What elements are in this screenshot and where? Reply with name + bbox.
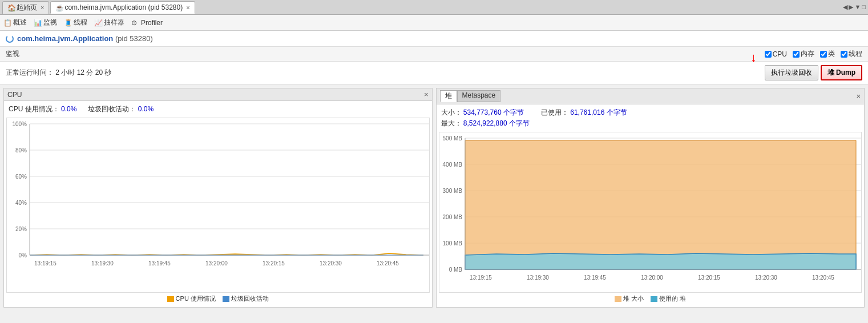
svg-text:13:20:45: 13:20:45 bbox=[377, 260, 399, 267]
svg-text:60%: 60% bbox=[15, 173, 27, 180]
cpu-legend-gc: 垃圾回收活动 bbox=[223, 294, 269, 303]
heap-chart-panel: 堆 Metaspace × 大小： 534,773,760 个字节 已使用： 6… bbox=[436, 88, 865, 308]
refresh-icon bbox=[6, 35, 14, 43]
cpu-panel-title: CPU bbox=[7, 91, 22, 99]
sidebar-item-profiler[interactable]: ⊙ Profiler bbox=[131, 19, 163, 27]
checkbox-memory-label: 内存 bbox=[801, 49, 814, 59]
runtime-label: 正常运行时间： bbox=[6, 68, 54, 76]
svg-text:13:20:30: 13:20:30 bbox=[755, 274, 777, 281]
svg-text:80%: 80% bbox=[15, 147, 27, 154]
heap-max-label: 最大： bbox=[441, 119, 462, 127]
svg-text:200 MB: 200 MB bbox=[442, 214, 462, 220]
cpu-legend-cpu-label: CPU 使用情况 bbox=[176, 294, 216, 303]
tab-start-close[interactable]: × bbox=[41, 4, 44, 11]
tab-app-close[interactable]: × bbox=[186, 4, 189, 11]
heap-stats-row2: 最大： 8,524,922,880 个字节 bbox=[441, 119, 860, 128]
tab-nav-maximize[interactable]: □ bbox=[862, 3, 866, 11]
checkbox-memory[interactable]: 内存 bbox=[793, 49, 814, 59]
svg-text:400 MB: 400 MB bbox=[442, 161, 462, 168]
tab-nav-right[interactable]: ▶ bbox=[849, 3, 853, 11]
sampler-icon: 📈 bbox=[94, 19, 102, 27]
heap-max-value: 8,524,922,880 个字节 bbox=[463, 119, 530, 127]
checkbox-class[interactable]: 类 bbox=[820, 49, 835, 59]
svg-marker-41 bbox=[465, 253, 856, 269]
sidebar-item-thread[interactable]: 🧵 线程 bbox=[64, 18, 87, 27]
cpu-svg: 100% 80% 60% 40% 20% 0% 13:19:15 13:19:3… bbox=[7, 118, 429, 278]
tab-app[interactable]: ☕ com.heima.jvm.Application (pid 53280) … bbox=[50, 1, 195, 14]
heap-panel-close[interactable]: × bbox=[856, 92, 861, 100]
checkbox-class-input[interactable] bbox=[820, 51, 827, 58]
svg-text:100 MB: 100 MB bbox=[442, 240, 462, 247]
heap-dump-button[interactable]: 堆 Dump bbox=[821, 65, 862, 80]
sidebar-item-overview[interactable]: 📋 概述 bbox=[3, 18, 27, 27]
profiler-label: Profiler bbox=[141, 19, 163, 27]
svg-text:13:20:45: 13:20:45 bbox=[812, 274, 834, 281]
overview-label: 概述 bbox=[13, 18, 27, 27]
charts-area: CPU × CPU 使用情况： 0.0% 垃圾回收活动： 0.0% bbox=[0, 84, 868, 311]
sidebar-item-monitor[interactable]: 📊 监视 bbox=[34, 18, 57, 27]
svg-text:13:20:15: 13:20:15 bbox=[698, 274, 720, 281]
profiler-icon: ⊙ bbox=[131, 19, 139, 27]
cpu-legend-gc-label: 垃圾回收活动 bbox=[231, 294, 269, 303]
gc-button[interactable]: 执行垃圾回收 bbox=[765, 65, 818, 80]
cpu-legend-gc-color bbox=[223, 296, 229, 302]
tab-start[interactable]: 🏠 起始页 × bbox=[2, 1, 49, 14]
cpu-usage-label: CPU 使用情况： bbox=[9, 105, 59, 113]
checkbox-cpu-label: CPU bbox=[773, 50, 787, 58]
cpu-panel-close[interactable]: × bbox=[424, 90, 429, 99]
svg-text:13:20:30: 13:20:30 bbox=[320, 260, 342, 267]
checkbox-thread-label: 线程 bbox=[849, 49, 862, 59]
svg-text:500 MB: 500 MB bbox=[442, 135, 462, 142]
heap-used-label: 已使用： bbox=[541, 108, 568, 116]
heap-size-stat: 大小： 534,773,760 个字节 bbox=[441, 108, 524, 118]
svg-text:0%: 0% bbox=[19, 252, 27, 259]
checkbox-cpu[interactable]: CPU bbox=[765, 50, 787, 58]
gc-activity-label: 垃圾回收活动： bbox=[88, 105, 136, 113]
runtime-info: 正常运行时间： 2 小时 12 分 20 秒 bbox=[6, 68, 111, 78]
checkbox-thread-input[interactable] bbox=[841, 51, 847, 58]
svg-marker-40 bbox=[465, 140, 856, 269]
thread-label: 线程 bbox=[74, 18, 87, 27]
cpu-legend: CPU 使用情况 垃圾回收活动 bbox=[6, 293, 430, 305]
checkbox-class-label: 类 bbox=[828, 49, 835, 59]
cpu-chart-content: CPU 使用情况： 0.0% 垃圾回收活动： 0.0% bbox=[4, 101, 432, 307]
sampler-label: 抽样器 bbox=[104, 18, 124, 27]
monitor-section-label: 监视 bbox=[6, 49, 19, 59]
cpu-legend-cpu: CPU 使用情况 bbox=[167, 294, 216, 303]
cpu-panel-header: CPU × bbox=[4, 88, 432, 101]
heap-legend-used-color bbox=[651, 296, 657, 302]
gc-activity-value: 0.0% bbox=[138, 105, 154, 113]
svg-text:13:20:15: 13:20:15 bbox=[263, 260, 285, 267]
sidebar-item-sampler[interactable]: 📈 抽样器 bbox=[94, 18, 124, 27]
heap-stats-row1: 大小： 534,773,760 个字节 已使用： 61,761,016 个字节 bbox=[441, 108, 860, 118]
checkbox-thread[interactable]: 线程 bbox=[841, 49, 862, 59]
heap-stats: 大小： 534,773,760 个字节 已使用： 61,761,016 个字节 … bbox=[439, 107, 862, 130]
monitor-header: 监视 CPU 内存 类 线程 bbox=[0, 47, 868, 62]
tab-metaspace[interactable]: Metaspace bbox=[457, 90, 501, 102]
svg-text:0 MB: 0 MB bbox=[449, 267, 462, 273]
heap-chart-content: 大小： 534,773,760 个字节 已使用： 61,761,016 个字节 … bbox=[437, 104, 865, 307]
tab-app-label: com.heima.jvm.Application (pid 53280) bbox=[64, 3, 183, 11]
app-name: com.heima.jvm.Application bbox=[17, 34, 113, 43]
tab-heap[interactable]: 堆 bbox=[440, 90, 457, 102]
cpu-stats: CPU 使用情况： 0.0% 垃圾回收活动： 0.0% bbox=[6, 103, 430, 115]
monitor-icon: 📊 bbox=[34, 19, 42, 27]
overview-icon: 📋 bbox=[3, 19, 11, 27]
sub-toolbar: 📋 概述 📊 监视 🧵 线程 📈 抽样器 ⊙ Profiler bbox=[0, 15, 868, 31]
checkbox-memory-input[interactable] bbox=[793, 51, 800, 58]
svg-text:13:19:45: 13:19:45 bbox=[148, 260, 171, 267]
heap-legend-used: 使用的 堆 bbox=[651, 294, 686, 303]
checkbox-cpu-input[interactable] bbox=[765, 51, 772, 58]
action-buttons: 执行垃圾回收 堆 Dump bbox=[765, 65, 862, 80]
monitor-checkboxes: CPU 内存 类 线程 bbox=[765, 49, 862, 59]
heap-size-value: 534,773,760 个字节 bbox=[463, 108, 524, 116]
svg-text:300 MB: 300 MB bbox=[442, 188, 462, 194]
heap-chart-area: 500 MB 400 MB 300 MB 200 MB 100 MB 0 MB … bbox=[439, 132, 862, 293]
heap-legend-size-label: 堆 大小 bbox=[623, 294, 644, 303]
tab-nav-left[interactable]: ◀ bbox=[843, 3, 847, 11]
tab-nav-menu[interactable]: ▼ bbox=[854, 3, 861, 11]
tab-start-label: 起始页 bbox=[17, 3, 37, 13]
svg-text:13:19:15: 13:19:15 bbox=[470, 274, 492, 281]
tab-nav-arrows: ◀ ▶ ▼ □ bbox=[843, 3, 866, 11]
cpu-chart-area: 100% 80% 60% 40% 20% 0% 13:19:15 13:19:3… bbox=[6, 118, 430, 293]
